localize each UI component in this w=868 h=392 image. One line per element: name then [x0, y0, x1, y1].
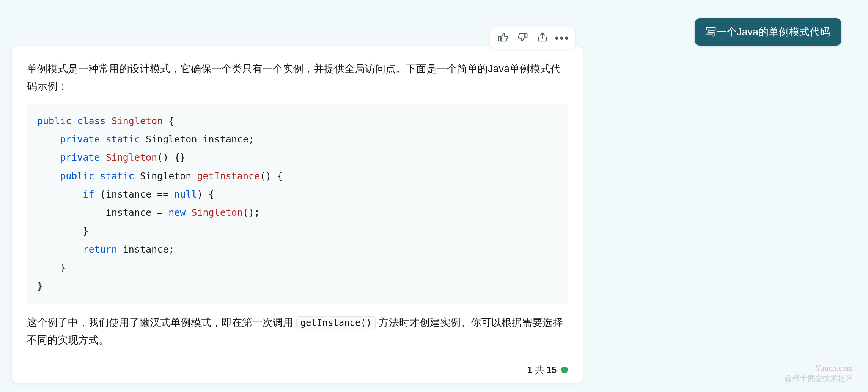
pagination-label: 1 共 15 — [527, 364, 557, 376]
thumbs-down-icon — [517, 32, 528, 44]
watermark-site: Yuucn.com — [815, 363, 853, 373]
pagination-total: 15 — [546, 365, 557, 375]
explain-text-before: 这个例子中，我们使用了懒汉式单例模式，即在第一次调用 — [27, 317, 296, 328]
watermark-community: @稀土掘金技术社区 — [785, 373, 853, 384]
user-message-bubble: 写一个Java的单例模式代码 — [695, 18, 841, 46]
response-body: 单例模式是一种常用的设计模式，它确保一个类只有一个实例，并提供全局访问点。下面是… — [12, 46, 583, 357]
response-action-bar: ••• — [490, 27, 576, 49]
explain-paragraph: 这个例子中，我们使用了懒汉式单例模式，即在第一次调用 getInstance()… — [27, 314, 568, 349]
more-button[interactable]: ••• — [552, 30, 572, 46]
code-content: public class Singleton { private static … — [37, 115, 283, 291]
assistant-response-card: ••• 单例模式是一种常用的设计模式，它确保一个类只有一个实例，并提供全局访问点… — [11, 46, 583, 383]
response-footer: 1 共 15 — [12, 357, 583, 383]
pagination-sep: 共 — [532, 365, 546, 375]
status-indicator-icon — [561, 367, 568, 373]
thumbs-down-button[interactable] — [513, 30, 533, 46]
code-block: public class Singleton { private static … — [27, 104, 568, 305]
user-message-text: 写一个Java的单例模式代码 — [706, 26, 830, 38]
inline-code-getinstance: getInstance() — [296, 316, 376, 329]
more-icon: ••• — [555, 33, 569, 43]
share-button[interactable] — [533, 30, 552, 46]
thumbs-up-icon — [497, 32, 509, 44]
pagination-current: 1 — [527, 365, 532, 375]
thumbs-up-button[interactable] — [493, 30, 513, 46]
share-icon — [537, 32, 548, 44]
intro-paragraph: 单例模式是一种常用的设计模式，它确保一个类只有一个实例，并提供全局访问点。下面是… — [27, 60, 568, 95]
